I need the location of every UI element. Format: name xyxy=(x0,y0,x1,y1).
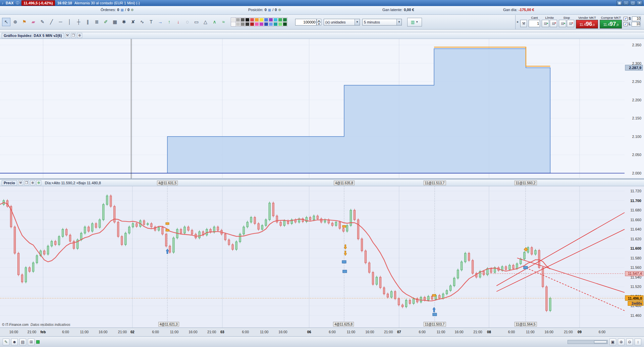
parallel-lines-icon[interactable]: ∥ xyxy=(84,18,92,26)
chart-style-button[interactable]: ▥ ▼ xyxy=(407,18,422,27)
news-icon[interactable]: ▤ xyxy=(19,339,26,345)
trend-lines[interactable] xyxy=(496,212,625,310)
color-swatch[interactable] xyxy=(231,18,235,22)
annotate-chart-icon[interactable]: ✐ xyxy=(102,18,110,26)
minimize-button[interactable]: – xyxy=(623,1,629,5)
zoom-icon[interactable]: ⊕ xyxy=(11,18,19,26)
close-panel-icon[interactable]: ⊗ xyxy=(77,33,82,38)
arrow-up-icon[interactable]: ↑ xyxy=(165,18,173,26)
units-select[interactable]: (x) unidades ▼ xyxy=(324,19,360,26)
color-swatch[interactable] xyxy=(245,22,250,26)
crosshair-icon[interactable]: ┼ xyxy=(74,18,83,26)
liquidity-panel-title[interactable]: Gráfico liquidez: DAX 5 MIN v2(6) xyxy=(2,33,64,38)
color-swatch[interactable] xyxy=(245,18,250,22)
fibonacci-icon[interactable]: ≣ xyxy=(93,18,101,26)
color-swatch[interactable] xyxy=(283,22,287,26)
lasso-icon[interactable]: ◌ xyxy=(183,18,192,26)
arrow-right-icon[interactable]: → xyxy=(156,18,164,26)
trendline-icon[interactable]: ╱ xyxy=(47,18,56,26)
orders-grid-icon[interactable]: ▦ xyxy=(120,8,123,12)
color-swatch[interactable] xyxy=(255,18,259,22)
order-settings-icon[interactable]: ⚒ xyxy=(520,20,527,27)
stop-checkbox[interactable]: ✔ xyxy=(624,17,628,21)
quantity-spinner[interactable]: ▲▼ xyxy=(317,19,321,26)
color-swatch[interactable] xyxy=(269,18,273,22)
stop-sell-order-button[interactable]: ▤▼ xyxy=(567,20,574,27)
color-swatch[interactable] xyxy=(231,22,235,26)
moving-average-line[interactable] xyxy=(0,202,550,301)
keyboard-icon[interactable]: ▦ xyxy=(616,1,622,5)
quantity-input[interactable] xyxy=(295,19,317,26)
collapse-panel-icon[interactable]: ▸ xyxy=(517,20,519,23)
liquidity-area[interactable] xyxy=(0,49,550,173)
arrow-down-icon[interactable]: ↓ xyxy=(174,18,182,26)
rectangle-icon[interactable]: ▭ xyxy=(192,18,201,26)
orders-gear-icon[interactable]: ⚙ xyxy=(131,8,134,12)
color-swatch[interactable] xyxy=(255,22,259,26)
order-annotation[interactable]: 4@11.635,8 xyxy=(334,181,355,185)
order-annotation[interactable]: 4@11.625,8 xyxy=(333,322,354,327)
magnet-icon[interactable]: ∿ xyxy=(138,18,146,26)
chart-list-icon[interactable]: ✎ xyxy=(3,339,9,345)
limit-checkbox[interactable]: ✔ xyxy=(624,22,628,26)
wrench-icon[interactable]: ⚒ xyxy=(65,33,70,38)
cursor-icon[interactable]: ↖ xyxy=(2,18,10,26)
position-gear-icon[interactable]: ⚙ xyxy=(278,8,281,12)
horizontal-line-icon[interactable]: ─ xyxy=(56,18,65,26)
limit-distance-input[interactable] xyxy=(632,22,640,27)
color-swatch[interactable] xyxy=(278,18,282,22)
close-button[interactable]: ✕ xyxy=(637,1,642,5)
color-swatch[interactable] xyxy=(264,22,268,26)
color-swatch[interactable] xyxy=(259,22,264,26)
eraser-icon[interactable]: ▰ xyxy=(29,18,38,26)
maximize-button[interactable]: ▢ xyxy=(630,1,636,5)
zoom-in-icon[interactable]: ⊕ xyxy=(618,339,625,345)
color-swatch[interactable] xyxy=(273,18,278,22)
color-swatch[interactable] xyxy=(259,18,264,22)
chart-hscrollbar[interactable] xyxy=(568,340,608,344)
vertical-line-icon[interactable]: │ xyxy=(65,18,74,26)
pencil-icon[interactable]: ✎ xyxy=(38,18,47,26)
liquidity-chart[interactable]: 2.3502.3002.2502.2002.1502.1002.0502.000… xyxy=(0,39,644,179)
hscrollbar-thumb[interactable] xyxy=(594,341,607,343)
color-swatch[interactable] xyxy=(240,22,245,26)
limit-buy-order-button[interactable]: ▤▲ xyxy=(542,20,549,27)
instrument-name[interactable]: DAX xyxy=(6,1,13,5)
zigzag-icon[interactable]: ∧ xyxy=(210,18,219,26)
color-swatch[interactable] xyxy=(273,22,278,26)
erase-drawings-icon[interactable]: ✱ xyxy=(120,18,128,26)
price-panel-title[interactable]: Precio xyxy=(2,180,17,186)
order-annotation[interactable]: 4@11.631,5 xyxy=(157,181,178,185)
order-annotation[interactable]: 11@11.503,7 xyxy=(424,322,446,327)
color-swatch[interactable] xyxy=(250,18,254,22)
sell-market-button[interactable]: 11.4 96 ,0 xyxy=(576,20,598,29)
accounts-icon[interactable]: ☻ xyxy=(11,339,18,345)
text-tool-icon[interactable]: T xyxy=(147,18,155,26)
time-axis[interactable]: 16:0021:00feb6:0011:0016:0021:00026:0011… xyxy=(0,328,644,336)
alarm-icon[interactable]: ⚑ xyxy=(20,18,29,26)
timeframe-select[interactable]: 5 minutos ▼ xyxy=(362,19,402,26)
color-swatch[interactable] xyxy=(236,22,240,26)
color-swatch[interactable] xyxy=(236,18,240,22)
duplicate-window-icon[interactable]: ❐ xyxy=(71,33,76,38)
color-swatch[interactable] xyxy=(269,22,273,26)
wave-icon[interactable]: ≈ xyxy=(219,18,228,26)
color-swatch[interactable] xyxy=(278,22,282,26)
close-panel-icon[interactable]: ⊗ xyxy=(30,180,35,185)
detach-icon[interactable]: ▣ xyxy=(609,339,616,345)
info-icon[interactable]: ⓘ xyxy=(16,1,19,5)
color-swatch[interactable] xyxy=(250,22,254,26)
order-annotation[interactable]: 11@11.560,2 xyxy=(515,181,537,185)
triangle-icon[interactable]: △ xyxy=(201,18,210,26)
wrench-icon[interactable]: ⚒ xyxy=(18,180,23,185)
cant-input[interactable] xyxy=(529,20,540,27)
limit-sell-order-button[interactable]: ▤▼ xyxy=(550,20,557,27)
price-chart[interactable]: 11.72011.70011.68011.66011.64011.62011.6… xyxy=(0,186,644,328)
order-annotation[interactable]: 11@11.564,5 xyxy=(515,322,537,327)
color-swatch[interactable] xyxy=(240,18,245,22)
add-indicator-icon[interactable]: ⊕ xyxy=(36,180,41,185)
delete-all-icon[interactable]: ✘ xyxy=(129,18,137,26)
order-annotation[interactable]: 11@11.513,7 xyxy=(424,181,446,185)
workspaces-icon[interactable]: ⊞ xyxy=(28,339,35,345)
buy-market-button[interactable]: 11.4 97 ,0 xyxy=(600,20,622,29)
